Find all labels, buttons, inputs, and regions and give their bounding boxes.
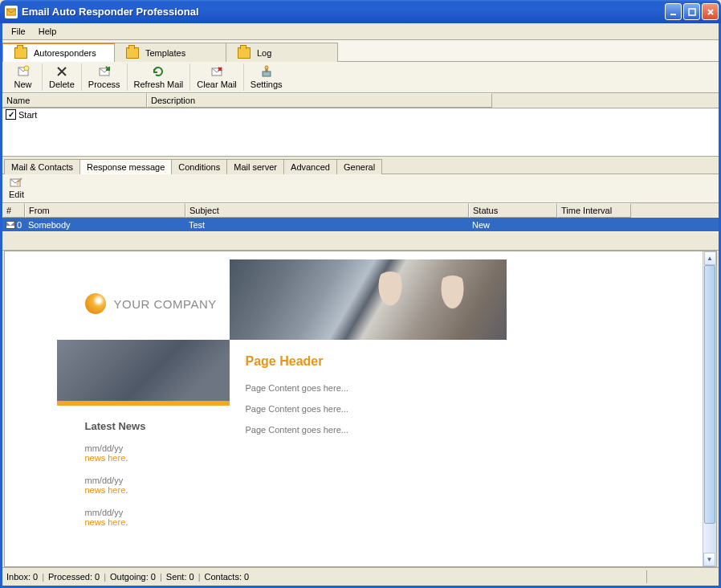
preview-content: YOUR COMPANY Latest News mm/dd/yynews he… bbox=[5, 251, 703, 566]
tab-label: Log bbox=[257, 48, 271, 58]
checkbox[interactable]: ✓ bbox=[6, 109, 16, 120]
row-name: Start bbox=[18, 110, 37, 120]
svg-rect-1 bbox=[670, 14, 676, 15]
process-icon bbox=[98, 65, 111, 78]
logo-icon bbox=[85, 293, 106, 314]
col-num[interactable]: # bbox=[2, 203, 25, 218]
status-outgoing: Outgoing: 0 bbox=[110, 572, 156, 582]
delete-icon bbox=[55, 65, 68, 78]
app-icon bbox=[5, 6, 18, 18]
clear-button[interactable]: Clear Mail bbox=[190, 63, 244, 91]
content-line: Page Content goes here... bbox=[246, 425, 348, 435]
status-inbox: Inbox: 0 bbox=[6, 572, 38, 582]
toolbar: New Delete Process Refresh Mail Clear Ma… bbox=[2, 62, 719, 93]
page-header: Page Header bbox=[246, 354, 348, 369]
message-list[interactable]: 0 Somebody Test New bbox=[2, 218, 719, 231]
window-title: Email Auto Responder Professional bbox=[22, 6, 665, 18]
news-item: mm/dd/yynews here. bbox=[85, 508, 222, 527]
preview-pane: YOUR COMPANY Latest News mm/dd/yynews he… bbox=[4, 251, 717, 567]
sub-tabs: Mail & Contacts Response message Conditi… bbox=[2, 157, 719, 174]
message-list-header: # From Subject Status Time Interval bbox=[2, 203, 719, 218]
col-from[interactable]: From bbox=[25, 203, 185, 218]
news-link[interactable]: news here. bbox=[85, 485, 222, 495]
minimize-button[interactable] bbox=[665, 3, 682, 20]
autoresponder-list-header: Name Description bbox=[2, 93, 719, 108]
scroll-up-button[interactable]: ▲ bbox=[704, 251, 716, 265]
new-icon bbox=[17, 65, 30, 78]
subtab-conditions[interactable]: Conditions bbox=[171, 159, 227, 174]
status-contacts: Contacts: 0 bbox=[205, 572, 250, 582]
news-heading: Latest News bbox=[85, 420, 222, 432]
svg-rect-7 bbox=[263, 71, 271, 76]
msg-time bbox=[557, 224, 631, 226]
edit-toolbar: Edit bbox=[2, 174, 719, 203]
refresh-icon bbox=[152, 65, 165, 78]
edit-icon bbox=[10, 178, 22, 189]
tab-templates[interactable]: Templates bbox=[114, 43, 226, 62]
subtab-advanced[interactable]: Advanced bbox=[283, 159, 337, 174]
settings-button[interactable]: Settings bbox=[244, 63, 289, 91]
svg-point-9 bbox=[265, 66, 268, 69]
col-name[interactable]: Name bbox=[2, 93, 147, 108]
news-link[interactable]: news here. bbox=[85, 517, 222, 527]
folder-icon bbox=[126, 47, 139, 59]
process-button[interactable]: Process bbox=[82, 63, 128, 91]
svg-point-4 bbox=[24, 66, 29, 71]
scroll-down-button[interactable]: ▼ bbox=[703, 553, 715, 566]
folder-icon bbox=[14, 47, 27, 59]
col-subject[interactable]: Subject bbox=[185, 203, 469, 218]
folder-icon bbox=[238, 47, 251, 59]
subtab-mail-contacts[interactable]: Mail & Contacts bbox=[4, 159, 80, 174]
settings-icon bbox=[260, 65, 273, 78]
subtab-mail-server[interactable]: Mail server bbox=[226, 159, 284, 174]
status-processed: Processed: 0 bbox=[48, 572, 100, 582]
msg-num: 0 bbox=[17, 220, 22, 230]
menu-help[interactable]: Help bbox=[33, 25, 63, 38]
news-link[interactable]: news here. bbox=[85, 453, 222, 463]
col-time[interactable]: Time Interval bbox=[557, 203, 631, 218]
company-name: YOUR COMPANY bbox=[114, 297, 217, 311]
btn-label: Delete bbox=[49, 80, 75, 89]
title-bar: Email Auto Responder Professional bbox=[0, 0, 721, 23]
btn-label: Process bbox=[88, 80, 120, 89]
col-description[interactable]: Description bbox=[147, 93, 492, 108]
msg-subject: Test bbox=[185, 219, 469, 231]
tab-label: Autoresponders bbox=[34, 48, 96, 58]
scroll-thumb[interactable] bbox=[704, 265, 715, 524]
tab-label: Templates bbox=[145, 48, 185, 58]
clear-icon bbox=[210, 65, 223, 78]
btn-label: Settings bbox=[251, 80, 283, 89]
message-row[interactable]: 0 Somebody Test New bbox=[2, 218, 719, 231]
subtab-general[interactable]: General bbox=[336, 159, 382, 174]
status-bar: Inbox: 0| Processed: 0| Outgoing: 0| Sen… bbox=[2, 567, 719, 586]
status-sent: Sent: 0 bbox=[166, 572, 194, 582]
splitter[interactable] bbox=[2, 231, 719, 251]
subtab-response-message[interactable]: Response message bbox=[79, 159, 172, 174]
envelope-icon bbox=[6, 221, 15, 229]
refresh-button[interactable]: Refresh Mail bbox=[128, 63, 191, 91]
btn-label: Edit bbox=[9, 190, 24, 199]
btn-label: Clear Mail bbox=[197, 80, 237, 89]
tab-log[interactable]: Log bbox=[226, 43, 338, 62]
menu-file[interactable]: File bbox=[6, 25, 31, 38]
close-button[interactable] bbox=[702, 3, 719, 20]
news-item: mm/dd/yynews here. bbox=[85, 443, 222, 463]
vertical-scrollbar[interactable]: ▲ ▼ bbox=[703, 251, 716, 566]
main-tabs: Autoresponders Templates Log bbox=[2, 40, 719, 62]
msg-from: Somebody bbox=[25, 219, 185, 231]
tab-autoresponders[interactable]: Autoresponders bbox=[2, 43, 115, 62]
msg-status: New bbox=[469, 219, 557, 231]
new-button[interactable]: New bbox=[4, 63, 43, 91]
edit-button[interactable]: Edit bbox=[4, 176, 29, 201]
menu-bar: File Help bbox=[2, 23, 719, 40]
autoresponder-list[interactable]: ✓ Start bbox=[2, 108, 719, 157]
status-grip bbox=[646, 570, 715, 583]
btn-label: Refresh Mail bbox=[134, 80, 184, 89]
btn-label: New bbox=[14, 80, 31, 89]
maximize-button[interactable] bbox=[683, 3, 700, 20]
list-item[interactable]: ✓ Start bbox=[2, 108, 719, 120]
content-line: Page Content goes here... bbox=[246, 404, 348, 414]
delete-button[interactable]: Delete bbox=[43, 63, 82, 91]
svg-rect-2 bbox=[689, 9, 695, 15]
col-status[interactable]: Status bbox=[469, 203, 557, 218]
